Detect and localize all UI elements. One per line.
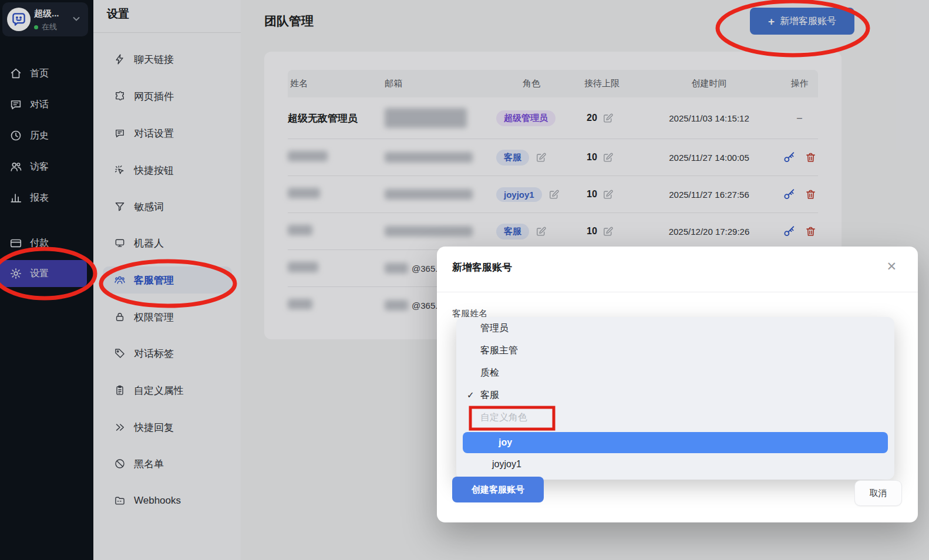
role-option-label: 客服 bbox=[480, 389, 499, 402]
role-option-qa[interactable]: 质检 bbox=[456, 362, 894, 384]
role-option-supervisor[interactable]: 客服主管 bbox=[456, 339, 894, 362]
cancel-button[interactable]: 取消 bbox=[854, 480, 902, 506]
role-option-joyjoy1[interactable]: joyjoy1 bbox=[456, 453, 894, 475]
modal-title: 新增客服账号 bbox=[452, 261, 512, 274]
role-option-label: 质检 bbox=[480, 367, 499, 379]
role-option-admin[interactable]: 管理员 bbox=[456, 317, 894, 339]
role-dropdown-menu: 管理员 客服主管 质检 ✓ 客服 自定义角色 joy joyjoy1 bbox=[456, 317, 894, 480]
check-icon: ✓ bbox=[467, 390, 474, 400]
role-option-label: 客服主管 bbox=[480, 345, 518, 357]
role-option-label: joy bbox=[499, 437, 512, 448]
role-group-label: 自定义角色 bbox=[480, 411, 527, 424]
role-option-joy-selected[interactable]: joy bbox=[463, 432, 888, 453]
role-option-agent-checked[interactable]: ✓ 客服 bbox=[456, 384, 894, 406]
add-agent-modal: 新增客服账号 ✕ 客服姓名 管理员 客服主管 质检 ✓ 客服 自定义角色 joy… bbox=[437, 247, 918, 522]
close-icon[interactable]: ✕ bbox=[886, 259, 897, 274]
role-group-custom-roles: 自定义角色 bbox=[456, 406, 894, 429]
role-option-label: joyjoy1 bbox=[492, 459, 521, 470]
role-option-label: 管理员 bbox=[480, 322, 509, 335]
divider bbox=[437, 292, 918, 292]
create-agent-button[interactable]: 创建客服账号 bbox=[452, 477, 544, 502]
